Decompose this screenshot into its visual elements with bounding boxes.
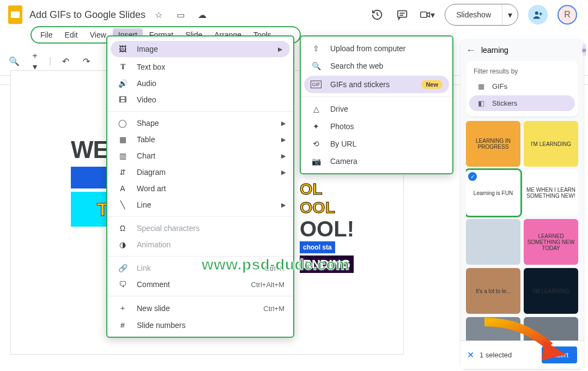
- insert-image[interactable]: 🖼Image▶: [111, 41, 290, 57]
- textbox-icon: 𝐓: [117, 62, 128, 71]
- meet-icon[interactable]: ▾: [420, 7, 435, 22]
- url-icon: ⟲: [311, 139, 322, 148]
- camera-icon: 📷: [311, 157, 322, 166]
- sticker-thumb[interactable]: [524, 317, 578, 340]
- menu-item-label: Animation: [137, 240, 171, 249]
- insert-animation: ◑Animation: [107, 236, 293, 253]
- filter-gifs[interactable]: ▦ GIFs: [469, 78, 575, 94]
- menu-item-label: Shape: [137, 119, 159, 127]
- back-icon[interactable]: ←: [466, 45, 476, 56]
- gif-icon: ▦: [477, 82, 486, 90]
- insert-button[interactable]: Insert: [542, 346, 577, 363]
- insert-word-art[interactable]: AWord art: [107, 180, 293, 197]
- image-gifs-and-stickers[interactable]: GIFGIFs and stickersNew: [304, 76, 449, 93]
- filter-label: Stickers: [492, 99, 517, 107]
- insert-text-box[interactable]: 𝐓Text box: [107, 58, 293, 75]
- sticker-thumb[interactable]: I'M LEARNING: [524, 268, 578, 314]
- image-photos[interactable]: ✦Photos: [301, 118, 452, 135]
- svg-marker-6: [427, 13, 430, 17]
- menu-item-label: Line: [137, 200, 151, 209]
- menu-item-label: Diagram: [137, 168, 166, 177]
- submenu-arrow-icon: ▶: [281, 136, 286, 143]
- selection-count: 1 selected: [480, 351, 536, 359]
- menu-item-label: Link: [137, 264, 151, 272]
- comment-icon: 🗨: [117, 280, 128, 289]
- menu-item-label: Text box: [137, 63, 165, 71]
- history-icon[interactable]: [369, 7, 385, 22]
- insert-menu: 🖼Image▶𝐓Text box🔊Audio🎞Video◯Shape▶▦Tabl…: [106, 35, 294, 338]
- animation-icon: ◑: [117, 240, 128, 249]
- submenu-arrow-icon: ▶: [281, 202, 286, 209]
- image-upload-from-computer[interactable]: ⇧Upload from computer: [301, 40, 452, 57]
- image-search-the-web[interactable]: 🔍Search the web: [301, 57, 452, 75]
- insert-shape[interactable]: ◯Shape▶: [107, 115, 293, 131]
- menu-edit[interactable]: Edit: [59, 28, 83, 41]
- submenu-arrow-icon: ▶: [278, 46, 282, 53]
- link-icon: 🔗: [117, 264, 128, 272]
- sticker-thumb[interactable]: Learning is FUN: [466, 170, 520, 216]
- insert-audio[interactable]: 🔊Audio: [107, 75, 293, 92]
- insert-slide-numbers[interactable]: #Slide numbers: [107, 317, 293, 333]
- menu-item-label: Chart: [137, 151, 155, 160]
- menu-item-label: GIFs and stickers: [330, 80, 390, 89]
- image-by-url[interactable]: ⟲By URL: [301, 135, 452, 153]
- menu-item-label: Search the web: [330, 62, 383, 70]
- sticker-search-input[interactable]: [481, 46, 577, 54]
- slideshow-dropdown[interactable]: ▾: [502, 4, 518, 25]
- slideshow-button[interactable]: Slideshow ▾: [445, 4, 518, 26]
- sticker-thumb[interactable]: LEARNED SOMETHING NEW TODAY: [524, 219, 578, 265]
- insert-comment[interactable]: 🗨CommentCtrl+Alt+M: [107, 276, 293, 293]
- menu-item-label: Image: [137, 45, 158, 53]
- menu-item-label: Word art: [137, 184, 166, 193]
- insert-video[interactable]: 🎞Video: [107, 92, 293, 108]
- move-icon[interactable]: ▭: [173, 7, 188, 22]
- diagram-icon: ⇵: [117, 168, 128, 177]
- insert-new-slide[interactable]: ＋New slideCtrl+M: [107, 300, 293, 317]
- menu-file[interactable]: File: [35, 28, 58, 41]
- image-camera[interactable]: 📷Camera: [301, 153, 452, 170]
- menu-item-label: Drive: [330, 105, 348, 113]
- menu-item-label: Video: [137, 95, 156, 104]
- sticker-thumb[interactable]: ME WHEN I LEARN SOMETHING NEW!: [524, 170, 578, 216]
- filter-stickers[interactable]: ◧ Stickers: [469, 95, 575, 111]
- menu-item-label: Photos: [330, 122, 354, 131]
- new-slide-tool[interactable]: ＋ ▾: [28, 50, 41, 72]
- slideshow-label[interactable]: Slideshow: [445, 4, 502, 25]
- svg-rect-5: [421, 12, 427, 17]
- shape-icon: ◯: [117, 119, 128, 127]
- menu-item-label: Special characters: [137, 224, 199, 233]
- filter-header: Filter results by: [466, 65, 578, 77]
- canvas-text: chool sta: [300, 241, 335, 253]
- undo-icon[interactable]: ↶: [59, 56, 72, 66]
- drive-icon: △: [311, 105, 322, 113]
- sticker-grid: LEARNING IN PROGRESSI'M LEARNDINGLearnin…: [466, 121, 578, 340]
- wordart-icon: A: [117, 184, 128, 193]
- clear-selection-icon[interactable]: ✕: [467, 350, 474, 360]
- sticker-thumb[interactable]: LEARNING IN PROGRESS: [466, 121, 520, 167]
- canvas-text: OOL: [300, 198, 354, 217]
- image-drive[interactable]: △Drive: [301, 100, 452, 118]
- insert-line[interactable]: ╲Line▶: [107, 197, 293, 213]
- menu-item-label: Upload from computer: [330, 44, 406, 53]
- filter-icon[interactable]: ≡: [582, 44, 586, 57]
- redo-icon[interactable]: ↷: [80, 56, 93, 66]
- insert-diagram[interactable]: ⇵Diagram▶: [107, 164, 293, 180]
- doc-title[interactable]: Add GIFs to Google Slides: [29, 9, 146, 21]
- sticker-thumb[interactable]: [466, 317, 520, 340]
- sticker-thumb[interactable]: It's a lot to le...: [466, 268, 520, 314]
- menu-item-label: New slide: [137, 304, 170, 313]
- insert-chart[interactable]: ▥Chart▶: [107, 148, 293, 164]
- hash-icon: #: [117, 321, 128, 330]
- sticker-thumb[interactable]: [466, 219, 520, 265]
- svg-point-7: [535, 11, 538, 15]
- sticker-icon: ◧: [477, 99, 486, 107]
- star-icon[interactable]: ☆: [151, 7, 166, 22]
- insert-table[interactable]: ▦Table▶: [107, 131, 293, 148]
- comments-icon[interactable]: [395, 7, 410, 22]
- cloud-icon[interactable]: ☁: [195, 7, 210, 22]
- watermark: www.psd-dude.com: [202, 256, 349, 273]
- search-tool-icon[interactable]: 🔍: [8, 56, 21, 66]
- sticker-thumb[interactable]: I'M LEARNDING: [524, 121, 578, 167]
- share-button[interactable]: [528, 5, 548, 25]
- account-avatar[interactable]: R: [557, 5, 577, 25]
